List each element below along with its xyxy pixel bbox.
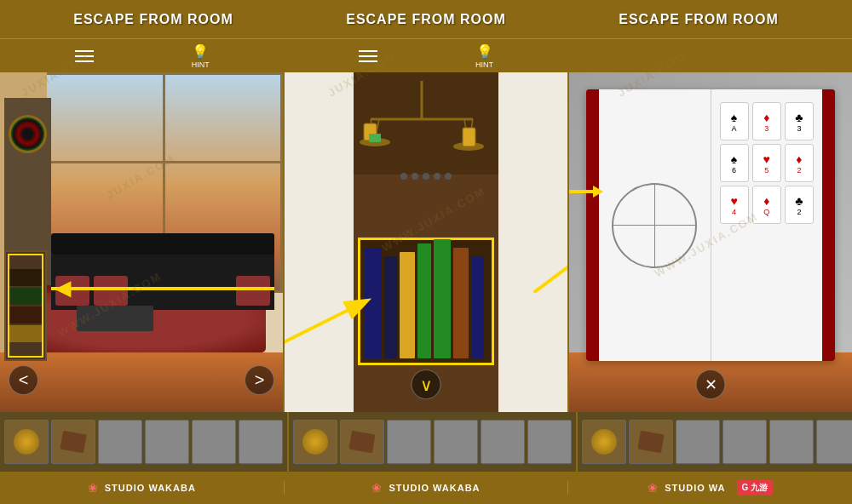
inv-slot-1-2[interactable] <box>51 420 95 464</box>
card-suit-2: ♦ <box>763 111 769 124</box>
hint-button-2[interactable]: 💡 HINT <box>475 43 493 69</box>
footer-bar: ❀ STUDIO WAKABA ❀ STUDIO WAKABA ❀ STUDIO… <box>0 472 852 504</box>
card-suit-4: ♠ <box>731 152 737 166</box>
hint-button-1[interactable]: 💡 HINT <box>192 43 210 69</box>
inv-item-key-3 <box>637 431 664 454</box>
close-button[interactable]: ✕ <box>696 369 726 399</box>
lightbulb-icon-2: 💡 <box>476 43 493 60</box>
inv-slot-3-5[interactable] <box>769 420 814 464</box>
books-highlighted[interactable] <box>358 238 494 365</box>
book-page-left <box>599 89 711 361</box>
sofa-cushion-2 <box>94 276 128 306</box>
title-section-3: ESCAPE FROM ROOM <box>562 12 835 27</box>
nav-right-button[interactable]: > <box>245 365 274 395</box>
dot-3 <box>423 173 429 180</box>
dart-board[interactable] <box>9 115 47 153</box>
card-5-hearts: ♥ 5 <box>752 144 781 182</box>
room-panel: ◄ < > <box>0 72 285 412</box>
card-val-3: 3 <box>797 124 801 133</box>
dot-2 <box>412 173 418 180</box>
footer-flower-2: ❀ <box>371 481 382 495</box>
title-section-2: ESCAPE FROM ROOM <box>290 12 562 27</box>
bookcase <box>354 72 498 412</box>
nav-left-button[interactable]: < <box>9 365 38 395</box>
hint-label-2: HINT <box>475 60 493 69</box>
card-val-8: Q <box>763 208 769 216</box>
card-3-clubs: ♣ 3 <box>785 102 814 140</box>
controls-section-1: 💡 HINT <box>0 38 284 72</box>
inv-slot-1-4[interactable] <box>145 420 189 464</box>
inventory-bar <box>0 412 852 472</box>
inv-slot-1-1[interactable] <box>4 420 49 464</box>
bookshelf-left[interactable] <box>4 250 47 361</box>
game-area: ◄ < > <box>0 72 852 412</box>
card-suit-1: ♠ <box>731 111 737 124</box>
book-green <box>417 243 431 358</box>
inv-slot-2-6[interactable] <box>527 420 572 464</box>
svg-rect-9 <box>463 128 475 146</box>
inv-slot-3-1[interactable] <box>582 420 626 464</box>
inv-item-coin <box>14 429 39 455</box>
footer-studio-2: STUDIO WAKABA <box>389 483 480 493</box>
inv-slot-2-2[interactable] <box>340 420 384 464</box>
card-val-6: 2 <box>797 166 801 175</box>
inv-item-coin-3 <box>591 429 617 455</box>
nav-down-button[interactable]: ∨ <box>412 369 441 399</box>
book-page-right: ♠ A ♦ 3 ♣ 3 ♠ <box>711 89 823 361</box>
book-blue-3 <box>471 256 484 358</box>
book-blue-2 <box>384 256 397 358</box>
card-suit-3: ♣ <box>795 111 803 124</box>
main-container: ESCAPE FROM ROOM ESCAPE FROM ROOM ESCAPE… <box>0 0 852 504</box>
window-mullion-h <box>45 161 280 163</box>
footer-section-1: ❀ STUDIO WAKABA <box>0 481 285 495</box>
bookcase-top <box>354 72 498 175</box>
menu-button-1[interactable] <box>75 50 94 62</box>
card-3-diamonds: ♦ 3 <box>752 102 781 140</box>
cards-panel: ♠ A ♦ 3 ♣ 3 ♠ <box>569 72 852 412</box>
card-val-2: 3 <box>764 124 769 133</box>
card-suit-6: ♦ <box>796 152 802 166</box>
nav-down-icon: ∨ <box>420 375 433 395</box>
open-book: ♠ A ♦ 3 ♣ 3 ♠ <box>586 89 835 361</box>
inv-slot-1-3[interactable] <box>98 420 142 464</box>
inventory-section-1 <box>0 412 289 472</box>
inv-slot-2-3[interactable] <box>387 420 431 464</box>
card-val-7: 4 <box>732 208 736 216</box>
bookshelf-left-highlight <box>8 254 43 358</box>
inv-slot-3-3[interactable] <box>676 420 720 464</box>
book-gold <box>400 252 415 358</box>
inv-slot-3-2[interactable] <box>629 420 673 464</box>
inv-slot-2-5[interactable] <box>481 420 525 464</box>
inv-item-coin-2 <box>302 429 328 455</box>
card-2-diamonds: ♦ 2 <box>785 144 814 182</box>
inv-slot-1-6[interactable] <box>239 420 283 464</box>
inventory-section-3 <box>578 412 852 472</box>
inv-slot-3-6[interactable] <box>816 420 852 464</box>
arrow-line-h <box>51 287 274 290</box>
crosshair-circle <box>612 183 697 268</box>
balance-scale <box>354 72 490 170</box>
card-q-diamonds: ♦ Q <box>752 186 781 224</box>
bookshelf-panel: ∨ <box>285 72 569 412</box>
book-blue-1 <box>365 248 382 358</box>
card-val-1: A <box>732 124 737 133</box>
card-suit-8: ♦ <box>763 194 769 208</box>
footer-logo[interactable]: G 九游 <box>737 480 774 495</box>
title-bar: ESCAPE FROM ROOM ESCAPE FROM ROOM ESCAPE… <box>0 0 852 38</box>
title-3: ESCAPE FROM ROOM <box>619 12 779 27</box>
dot-4 <box>434 173 440 180</box>
footer-flower-3: ❀ <box>648 481 658 495</box>
crosshair-vertical <box>654 185 655 266</box>
card-suit-9: ♣ <box>795 194 803 208</box>
hint-label-1: HINT <box>192 60 210 69</box>
footer-studio-1: STUDIO WAKABA <box>105 483 196 493</box>
inv-slot-2-4[interactable] <box>434 420 478 464</box>
menu-button-2[interactable] <box>359 50 377 62</box>
inv-slot-1-5[interactable] <box>192 420 236 464</box>
book-cover-right <box>822 89 835 361</box>
inv-slot-2-1[interactable] <box>293 420 337 464</box>
inv-slot-3-4[interactable] <box>722 420 767 464</box>
sofa-back <box>51 233 274 255</box>
card-4-hearts: ♥ 4 <box>720 186 749 224</box>
title-1: ESCAPE FROM ROOM <box>73 12 233 27</box>
